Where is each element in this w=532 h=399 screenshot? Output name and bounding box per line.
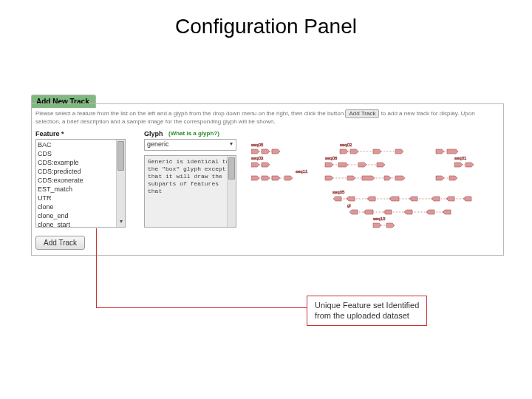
scroll-down-icon[interactable]: ▾ xyxy=(117,218,125,227)
svg-text:seq05: seq05 xyxy=(251,143,264,147)
list-item[interactable]: clone_end xyxy=(38,211,123,220)
svg-text:gi: gi xyxy=(347,203,351,208)
svg-text:seq11: seq11 xyxy=(296,169,308,174)
list-item[interactable]: CDS:example xyxy=(38,158,123,167)
callout-connector xyxy=(96,307,307,308)
svg-text:seq03: seq03 xyxy=(251,156,264,160)
scroll-thumb[interactable] xyxy=(228,157,235,180)
svg-text:seq10: seq10 xyxy=(373,216,386,221)
feature-list-scrollbar[interactable]: ▴ ▾ xyxy=(116,140,125,227)
callout-text: Unique Feature set Identified from the u… xyxy=(315,301,419,320)
feature-list[interactable]: BAC CDS CDS:example CDS:predicted CDS:ex… xyxy=(35,139,126,228)
list-item[interactable]: clone_start xyxy=(38,220,123,228)
add-track-button[interactable]: Add Track xyxy=(35,236,85,250)
feature-column-header: Feature * xyxy=(35,130,64,137)
list-item[interactable]: CDS:exonerate xyxy=(38,176,123,185)
list-item[interactable]: CDS:predicted xyxy=(38,167,123,176)
glyph-desc-scrollbar[interactable] xyxy=(227,156,236,227)
list-item[interactable]: BAC xyxy=(38,140,123,149)
svg-text:seq06: seq06 xyxy=(325,156,338,160)
glyph-description: Generic is identical to the "box" glyph … xyxy=(144,155,236,228)
glyph-help-link[interactable]: (What is a glyph?) xyxy=(168,130,219,137)
callout-box: Unique Feature set Identified from the u… xyxy=(307,296,427,326)
instructions-pre: Please select a feature from the list on… xyxy=(35,110,344,117)
page-title: Configuration Panel xyxy=(0,15,532,38)
inline-add-track-button[interactable]: Add Track xyxy=(345,109,379,118)
glyph-select[interactable]: generic xyxy=(144,139,236,151)
svg-text:seq05: seq05 xyxy=(332,190,345,194)
instructions-text: Please select a feature from the list on… xyxy=(35,109,499,126)
glyph-column-header: Glyph xyxy=(144,130,163,137)
svg-text:seq01: seq01 xyxy=(454,156,467,160)
list-item[interactable]: EST_match xyxy=(38,185,123,194)
glyph-preview: seq05 seq02 seq03 seq06 seq01 xyxy=(251,139,499,229)
svg-text:seq02: seq02 xyxy=(340,143,352,147)
list-item[interactable]: UTR xyxy=(38,194,123,202)
glyph-description-text: Generic is identical to the "box" glyph … xyxy=(148,158,229,194)
scroll-thumb[interactable] xyxy=(117,141,124,171)
list-item[interactable]: CDS xyxy=(38,149,123,158)
glyph-select-value: generic xyxy=(147,140,169,148)
callout-connector xyxy=(96,228,97,307)
list-item[interactable]: clone xyxy=(38,202,123,211)
